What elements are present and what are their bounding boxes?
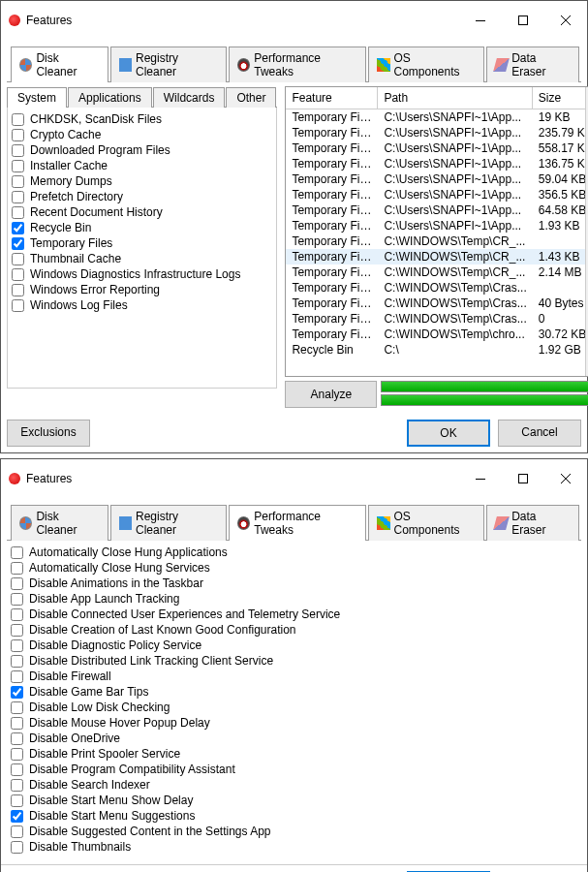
check-item[interactable]: Disable Low Disk Checking xyxy=(11,700,577,715)
table-row[interactable]: Temporary FilesC:\Users\SNAPFI~1\App...3… xyxy=(286,187,588,202)
table-row[interactable]: Temporary FilesC:\WINDOWS\Temp\CR_...1.4… xyxy=(286,249,588,265)
check-item[interactable]: Disable Firewall xyxy=(11,669,577,684)
check-item[interactable]: Thumbnail Cache xyxy=(12,251,272,266)
check-item[interactable]: Windows Diagnostics Infrastructure Logs xyxy=(12,266,272,282)
check-item[interactable]: Disable Suggested Content in the Setting… xyxy=(11,824,577,839)
table-row[interactable]: Recycle BinC:\1.92 GB xyxy=(286,342,588,358)
windows-icon xyxy=(377,516,389,530)
tweaks-checklist: Automatically Close Hung ApplicationsAut… xyxy=(7,541,581,858)
eraser-icon xyxy=(493,516,510,530)
analyze-button[interactable]: Analyze xyxy=(285,381,377,408)
check-item[interactable]: Recent Document History xyxy=(12,204,272,220)
table-row[interactable]: Temporary FilesC:\WINDOWS\Temp\Cras...0 xyxy=(286,311,588,327)
check-item[interactable]: Windows Log Files xyxy=(12,297,272,313)
eraser-icon xyxy=(493,58,510,72)
tab-disk-cleaner[interactable]: Disk Cleaner xyxy=(11,47,108,82)
tab-data-eraser[interactable]: Data Eraser xyxy=(486,47,579,82)
table-row[interactable]: Temporary FilesC:\WINDOWS\Temp\Cras... xyxy=(286,280,588,296)
check-item[interactable]: Prefetch Directory xyxy=(12,189,272,204)
table-row[interactable]: Temporary FilesC:\Users\SNAPFI~1\App...1… xyxy=(286,109,588,125)
tab-data-eraser[interactable]: Data Eraser xyxy=(486,505,579,541)
check-item[interactable]: Disable Mouse Hover Popup Delay xyxy=(11,715,577,731)
cleaner-checklist: CHKDSK, ScanDisk FilesCrypto CacheDownlo… xyxy=(7,108,277,389)
check-item[interactable]: Disable Start Menu Show Delay xyxy=(11,793,577,808)
table-row[interactable]: Temporary FilesC:\WINDOWS\Temp\chro...30… xyxy=(286,327,588,342)
table-row[interactable]: Temporary FilesC:\WINDOWS\Temp\CR_...2.1… xyxy=(286,265,588,280)
table-row[interactable]: Temporary FilesC:\WINDOWS\Temp\Cras...40… xyxy=(286,296,588,311)
registry-icon xyxy=(119,58,132,72)
table-row[interactable]: Temporary FilesC:\Users\SNAPFI~1\App...1… xyxy=(286,156,588,171)
table-row[interactable]: Temporary FilesC:\Users\SNAPFI~1\App...5… xyxy=(286,140,588,156)
table-row[interactable]: Temporary FilesC:\Users\SNAPFI~1\App...5… xyxy=(286,171,588,187)
sub-tabs: System Applications Wildcards Other xyxy=(7,86,277,108)
check-item[interactable]: Disable Print Spooler Service xyxy=(11,746,577,762)
check-item[interactable]: Disable OneDrive xyxy=(11,731,577,746)
maximize-button[interactable] xyxy=(502,7,544,34)
tab-os-components[interactable]: OS Components xyxy=(368,47,484,82)
check-item[interactable]: CHKDSK, ScanDisk Files xyxy=(12,111,272,127)
table-row[interactable]: Temporary FilesC:\Users\SNAPFI~1\App...1… xyxy=(286,218,588,234)
window-disk-cleaner: Features Disk Cleaner Registry Cleaner P… xyxy=(0,0,588,453)
check-item[interactable]: Disable Animations in the Taskbar xyxy=(11,576,577,591)
ok-button[interactable]: OK xyxy=(407,420,490,447)
check-item[interactable]: Disable Game Bar Tips xyxy=(11,684,577,700)
check-item[interactable]: Disable App Launch Tracking xyxy=(11,591,577,607)
check-item[interactable]: Disable Program Compatibility Assistant xyxy=(11,762,577,777)
main-tabs: Disk Cleaner Registry Cleaner Performanc… xyxy=(7,46,581,82)
minimize-button[interactable] xyxy=(459,465,502,492)
gauge-icon xyxy=(237,516,250,530)
subtab-other[interactable]: Other xyxy=(226,87,276,108)
window-title: Features xyxy=(26,14,459,27)
table-row[interactable]: Temporary FilesC:\WINDOWS\Temp\CR_... xyxy=(286,234,588,249)
subtab-applications[interactable]: Applications xyxy=(68,87,152,108)
tab-performance-tweaks[interactable]: Performance Tweaks xyxy=(229,47,366,82)
close-button[interactable] xyxy=(544,465,587,492)
col-path[interactable]: Path xyxy=(378,87,532,109)
svg-rect-3 xyxy=(519,475,528,483)
check-item[interactable]: Windows Error Reporting xyxy=(12,282,272,297)
check-item[interactable]: Disable Search Indexer xyxy=(11,777,577,793)
main-tabs: Disk Cleaner Registry Cleaner Performanc… xyxy=(7,504,581,541)
check-item[interactable]: Installer Cache xyxy=(12,158,272,173)
col-size[interactable]: Size xyxy=(533,87,588,109)
titlebar[interactable]: Features xyxy=(1,1,587,40)
tab-os-components[interactable]: OS Components xyxy=(368,505,484,541)
close-button[interactable] xyxy=(544,7,587,34)
svg-rect-0 xyxy=(476,20,485,21)
check-item[interactable]: Disable Diagnostic Policy Service xyxy=(11,638,577,653)
check-item[interactable]: Disable Start Menu Suggestions xyxy=(11,808,577,824)
check-item[interactable]: Crypto Cache xyxy=(12,127,272,142)
windows-icon xyxy=(377,58,389,72)
tab-disk-cleaner[interactable]: Disk Cleaner xyxy=(11,505,108,541)
check-item[interactable]: Temporary Files xyxy=(12,235,272,251)
check-item[interactable]: Disable Thumbnails xyxy=(11,839,577,855)
subtab-system[interactable]: System xyxy=(7,87,67,108)
disk-icon xyxy=(19,58,32,72)
subtab-wildcards[interactable]: Wildcards xyxy=(153,87,226,108)
check-item[interactable]: Disable Connected User Experiences and T… xyxy=(11,607,577,622)
check-item[interactable]: Memory Dumps xyxy=(12,173,272,189)
minimize-button[interactable] xyxy=(459,7,502,34)
check-item[interactable]: Automatically Close Hung Services xyxy=(11,560,577,576)
check-item[interactable]: Disable Distributed Link Tracking Client… xyxy=(11,653,577,669)
exclusions-button[interactable]: Exclusions xyxy=(7,420,90,447)
check-item[interactable]: Downloaded Program Files xyxy=(12,142,272,158)
check-item[interactable]: Recycle Bin xyxy=(12,220,272,235)
app-icon xyxy=(9,15,20,26)
maximize-button[interactable] xyxy=(502,465,544,492)
app-icon xyxy=(9,473,20,484)
tab-registry-cleaner[interactable]: Registry Cleaner xyxy=(110,47,227,82)
check-item[interactable]: Disable Creation of Last Known Good Conf… xyxy=(11,622,577,638)
progress-bars xyxy=(381,381,588,408)
table-row[interactable]: Temporary FilesC:\Users\SNAPFI~1\App...2… xyxy=(286,125,588,140)
col-feature[interactable]: Feature xyxy=(286,87,378,109)
tab-performance-tweaks[interactable]: Performance Tweaks xyxy=(229,505,366,541)
cancel-button[interactable]: Cancel xyxy=(498,420,581,447)
progress-bar xyxy=(381,381,588,392)
gauge-icon xyxy=(237,58,250,72)
tab-registry-cleaner[interactable]: Registry Cleaner xyxy=(110,505,227,541)
check-item[interactable]: Automatically Close Hung Applications xyxy=(11,545,577,560)
titlebar[interactable]: Features xyxy=(1,459,587,498)
registry-icon xyxy=(119,516,132,530)
table-row[interactable]: Temporary FilesC:\Users\SNAPFI~1\App...6… xyxy=(286,202,588,218)
